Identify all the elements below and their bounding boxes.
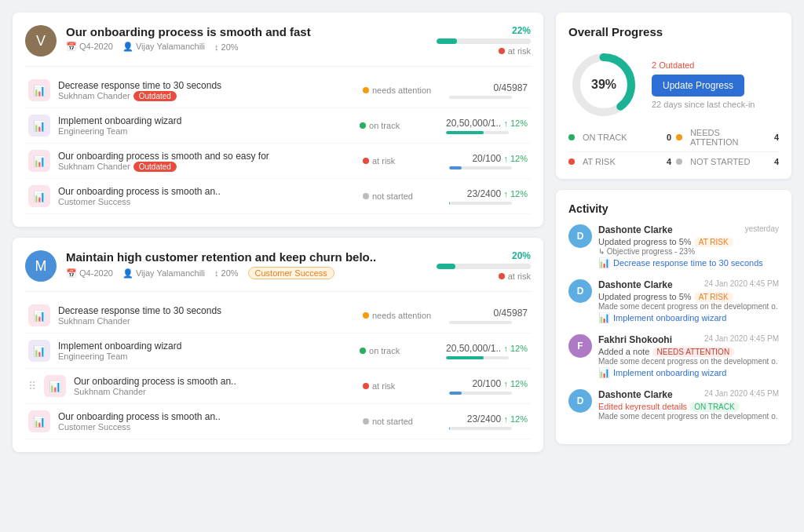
kr-mini-bar [449,166,512,169]
kr-row[interactable]: 📊 Our onboarding process is smooth an.. … [25,179,531,214]
kr-status: at risk [363,381,441,391]
kr-row[interactable]: 📊 Decrease response time to 30 seconds S… [25,73,531,108]
act-badge: AT RISK [694,237,733,247]
act-badge: NEEDS ATTENTION [652,347,735,357]
activity-item: D Dashonte Clarke 24 Jan 2020 4:45 PM Up… [568,279,779,323]
activity-item: D Dashonte Clarke yesterday Updated prog… [568,224,779,268]
kr-row[interactable]: 📊 Our onboarding process is smooth and s… [25,144,531,179]
kr-row[interactable]: 📊 Implement onboarding wizard Engineerin… [25,108,531,144]
act-avatar: D [568,279,592,303]
act-link[interactable]: 📊 Implement onboarding wizard [598,367,779,378]
outdated-badge: Outdated [133,91,177,101]
overall-progress-card: Overall Progress 39% 2 Outdated Update P… [556,13,791,179]
chart-icon: 📊 [598,257,610,268]
kr-mini-bar [449,96,512,99]
act-avatar: D [568,389,592,413]
outdated-label: 2 Outdated [652,60,755,70]
act-name: Fakhri Shokoohi [598,334,672,345]
stat-dot [676,134,682,140]
kr-list: 📊 Decrease response time to 30 seconds S… [25,66,531,214]
kr-status: on track [360,346,438,355]
kr-status: not started [363,191,441,201]
kr-status: needs attention [363,86,441,95]
kr-name: Implement onboarding wizard [58,341,352,352]
stat-item: AT RISK 4 [568,157,671,166]
drag-handle[interactable]: ⠿ [28,380,36,392]
obj-status: at risk [499,271,531,281]
kr-status: at risk [363,156,441,166]
kr-mini-bar [449,202,512,205]
donut-pct: 39% [591,78,616,92]
kr-row[interactable]: 📊 Our onboarding process is smooth an.. … [25,404,531,439]
obj-status: at risk [499,46,531,56]
act-action: Edited keyresult details [598,402,687,411]
obj-progress-bar [437,38,531,44]
kr-row[interactable]: ⠿ 📊 Our onboarding process is smooth an.… [25,369,531,404]
obj-owner: 👤 Vijay Yalamanchili [122,268,205,279]
act-time: 24 Jan 2020 4:45 PM [704,279,779,290]
stat-item: NEEDS ATTENTION 4 [676,128,779,147]
stat-value: 4 [774,133,779,142]
kr-row[interactable]: 📊 Implement onboarding wizard Engineerin… [25,333,531,369]
obj-change: ↕ 20% [214,42,239,52]
act-link[interactable]: 📊 Implement onboarding wizard [598,312,779,323]
kr-change: ↑ 12% [503,344,528,353]
kr-change: ↑ 12% [503,379,528,388]
stat-item: NOT STARTED 4 [676,157,779,166]
kr-name: Our onboarding process is smooth and so … [58,151,355,162]
days-since-label: 22 days since last check-in [652,100,755,109]
act-time: 24 Jan 2020 4:45 PM [704,334,779,345]
kr-val: 23/2400 ↑ 12% [449,188,528,199]
kr-status: on track [360,121,438,130]
stat-dot [568,134,575,140]
kr-name: Our onboarding process is smooth an.. [58,411,355,422]
kr-owner: Engineering Team [58,126,352,136]
kr-row[interactable]: 📊 Decrease response time to 30 seconds S… [25,298,531,333]
kr-icon: 📊 [28,304,50,326]
objectives-list: V Our onboarding process is smooth and f… [13,13,543,452]
kr-mini-bar [449,321,512,324]
kr-icon: 📊 [28,340,50,362]
obj-pct-label: 20% [512,250,531,261]
act-content: Dashonte Clarke 24 Jan 2020 4:45 PM Edit… [598,389,779,421]
kr-owner: Sukhnam Chander Outdated [58,162,355,172]
act-link[interactable]: 📊 Decrease response time to 30 seconds [598,257,779,268]
act-action: Updated progress to 5% [598,237,692,246]
act-name: Dashonte Clarke [598,224,673,235]
chart-icon: 📊 [598,367,610,378]
kr-name: Our onboarding process is smooth an.. [74,376,355,387]
kr-owner: Sukhnam Chander [58,316,355,326]
obj-pct-label: 22% [512,25,531,36]
kr-mini-bar [449,427,512,430]
stat-label: ON TRACK [583,133,627,142]
activity-item: F Fakhri Shokoohi 24 Jan 2020 4:45 PM Ad… [568,334,779,378]
obj-avatar: M [25,250,57,282]
kr-values: 20/100 ↑ 12% [449,378,528,395]
kr-owner: Sukhnam Chander [74,387,355,396]
obj-owner: 👤 Vijay Yalamanchili [122,42,205,52]
kr-val: 20,50,000/1.. ↑ 12% [446,343,528,354]
kr-icon: 📊 [28,150,50,172]
team-tag: Customer Success [248,267,334,279]
kr-name: Our onboarding process is smooth an.. [58,186,355,197]
act-sub: Made some decent progress on the develop… [598,302,779,311]
obj-title: Our onboarding process is smooth and fas… [66,25,427,38]
kr-mini-bar [446,131,509,134]
kr-list: 📊 Decrease response time to 30 seconds S… [25,291,531,439]
objective-card: M Maintain high customer retention and k… [13,238,543,452]
act-content: Dashonte Clarke 24 Jan 2020 4:45 PM Upda… [598,279,779,323]
act-content: Dashonte Clarke yesterday Updated progre… [598,224,779,268]
kr-owner: Customer Success [58,197,355,206]
chart-icon: 📊 [598,312,610,323]
kr-val: 0/45987 [449,82,528,93]
activity-list: D Dashonte Clarke yesterday Updated prog… [568,224,779,421]
kr-owner: Sukhnam Chander Outdated [58,91,355,101]
donut-chart: 39% [568,49,639,120]
act-badge: ON TRACK [689,402,740,412]
act-time: 24 Jan 2020 4:45 PM [704,389,779,400]
kr-val: 20,50,000/1.. ↑ 12% [446,118,528,129]
kr-owner: Engineering Team [58,352,352,361]
update-progress-button[interactable]: Update Progress [652,75,744,97]
act-badge: AT RISK [694,292,733,302]
act-sub: Made some decent progress on the develop… [598,412,779,421]
